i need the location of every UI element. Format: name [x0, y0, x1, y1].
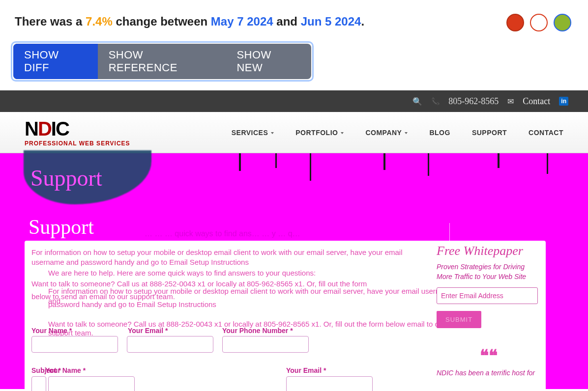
whitepaper-email-input[interactable]: [437, 287, 538, 304]
search-icon[interactable]: 🔍: [412, 97, 422, 106]
menu-company[interactable]: COMPANY: [365, 129, 408, 137]
menu-support[interactable]: SUPPORT: [472, 129, 507, 137]
input-email-dup[interactable]: [286, 376, 373, 391]
menu-portfolio[interactable]: PORTFOLIO: [295, 129, 344, 137]
whitepaper-submit-button[interactable]: SUBMIT: [437, 311, 481, 328]
site-logo[interactable]: NDIC PROFESSIONAL WEB SERVICES: [25, 118, 130, 147]
quote-icon: ❝❝: [437, 346, 541, 365]
topbar-contact-link[interactable]: Contact: [523, 96, 550, 107]
color-indicators: [506, 14, 571, 31]
testimonial-quote: NDIC has been a terrific host for: [437, 368, 541, 378]
indicator-red[interactable]: [506, 14, 524, 31]
label-email: Your Email *: [128, 327, 168, 335]
change-percent: 7.4%: [86, 15, 113, 28]
input-email[interactable]: [127, 336, 213, 353]
input-phone[interactable]: [222, 336, 309, 353]
input-name-dup[interactable]: [48, 376, 135, 391]
linkedin-icon[interactable]: in: [559, 97, 568, 106]
label-name-dup: Your Name *: [45, 366, 86, 374]
hero-title-ghost: Support: [30, 165, 102, 191]
topbar-phone: 805-962-8565: [448, 96, 499, 107]
indicator-green[interactable]: [554, 14, 571, 31]
content-card: For information on how to setup your mob…: [25, 241, 546, 391]
hero-subtext-ghost: … … … quick ways to find ans… … y … q…: [145, 229, 300, 238]
whitepaper-title: Free Whitepaper: [437, 244, 541, 258]
diff-viewer: 🔍 📞 805-962-8565 ✉ Contact in NDIC PROFE…: [0, 90, 588, 391]
tab-show-diff[interactable]: SHOW DIFF: [13, 44, 98, 79]
intro-paragraph-1: For information on how to setup your mob…: [31, 248, 405, 268]
main-menu: SERVICES PORTFOLIO COMPANY BLOG SUPPORT …: [232, 129, 563, 137]
sidebar-whitepaper: Free Whitepaper Proven Strategies for Dr…: [437, 241, 541, 378]
input-name[interactable]: [31, 336, 118, 353]
site-topbar: 🔍 📞 805-962-8565 ✉ Contact in: [0, 90, 588, 112]
label-name: Your Name *: [31, 327, 72, 335]
intro-paragraph-2: We are here to help. Here are some quick…: [48, 268, 363, 278]
menu-services[interactable]: SERVICES: [232, 129, 274, 137]
label-email-dup: Your Email *: [286, 366, 326, 374]
intro-paragraph-4: password handy and go to Email Setup Ins…: [48, 300, 245, 309]
menu-blog[interactable]: BLOG: [429, 129, 450, 137]
vertical-divider: [449, 223, 450, 243]
input-subject[interactable]: [31, 376, 46, 391]
date-to: Jun 5 2024: [301, 15, 361, 28]
tab-show-reference[interactable]: SHOW REFERENCE: [98, 44, 226, 79]
tab-show-new[interactable]: SHOW NEW: [226, 44, 311, 79]
site-navbar: NDIC PROFESSIONAL WEB SERVICES SERVICES …: [0, 112, 588, 153]
whitepaper-sub: Proven Strategies for Driving More Traff…: [437, 262, 541, 281]
phone-icon: 📞: [431, 97, 440, 105]
change-summary: There was a 7.4% change between May 7 20…: [15, 15, 573, 28]
menu-contact[interactable]: CONTACT: [529, 129, 563, 137]
diff-region: Support Support … … … quick ways to find…: [0, 153, 588, 389]
date-from: May 7 2024: [211, 15, 273, 28]
indicator-white[interactable]: [530, 14, 548, 31]
view-tabs: SHOW DIFF SHOW REFERENCE SHOW NEW: [13, 44, 311, 79]
hero-title: Support: [29, 215, 94, 239]
mail-icon[interactable]: ✉: [507, 97, 514, 106]
label-phone: Your Phone Number *: [222, 327, 293, 335]
